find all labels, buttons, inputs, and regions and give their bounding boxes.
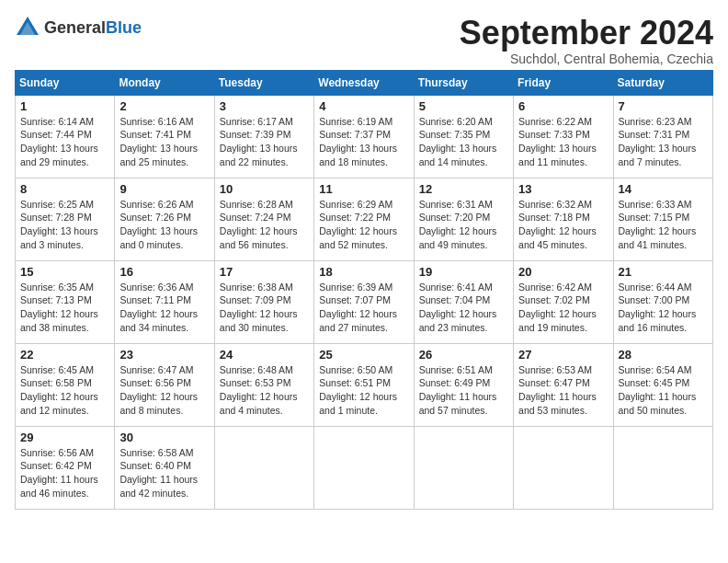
table-row: 26Sunrise: 6:51 AM Sunset: 6:49 PM Dayli… — [414, 343, 513, 426]
col-wednesday: Wednesday — [314, 70, 414, 95]
table-row: 5Sunrise: 6:20 AM Sunset: 7:35 PM Daylig… — [414, 95, 513, 178]
table-row: 3Sunrise: 6:17 AM Sunset: 7:39 PM Daylig… — [214, 95, 313, 178]
table-row: 14Sunrise: 6:33 AM Sunset: 7:15 PM Dayli… — [613, 178, 712, 260]
day-number: 28 — [619, 348, 708, 362]
day-number: 10 — [220, 182, 309, 196]
day-info: Sunrise: 6:38 AM Sunset: 7:09 PM Dayligh… — [220, 281, 309, 335]
col-friday: Friday — [514, 70, 613, 95]
day-number: 6 — [518, 99, 608, 113]
month-title: September 2024 — [460, 15, 713, 52]
day-number: 5 — [419, 99, 508, 113]
table-row: 22Sunrise: 6:45 AM Sunset: 6:58 PM Dayli… — [16, 343, 115, 426]
day-number: 18 — [319, 265, 408, 279]
table-row: 4Sunrise: 6:19 AM Sunset: 7:37 PM Daylig… — [314, 95, 414, 178]
day-number: 20 — [518, 265, 608, 279]
calendar-table: Sunday Monday Tuesday Wednesday Thursday… — [15, 70, 713, 510]
day-info: Sunrise: 6:42 AM Sunset: 7:02 PM Dayligh… — [518, 281, 608, 335]
day-info: Sunrise: 6:48 AM Sunset: 6:53 PM Dayligh… — [220, 363, 309, 418]
table-row — [414, 426, 513, 509]
day-info: Sunrise: 6:29 AM Sunset: 7:22 PM Dayligh… — [319, 198, 408, 252]
calendar-row-r4: 22Sunrise: 6:45 AM Sunset: 6:58 PM Dayli… — [16, 343, 713, 426]
day-number: 13 — [518, 182, 608, 196]
header: GeneralBlue September 2024 Suchdol, Cent… — [15, 15, 713, 66]
col-tuesday: Tuesday — [214, 70, 313, 95]
day-number: 16 — [119, 265, 209, 279]
logo: GeneralBlue — [15, 15, 142, 40]
table-row: 7Sunrise: 6:23 AM Sunset: 7:31 PM Daylig… — [613, 95, 712, 178]
table-row: 18Sunrise: 6:39 AM Sunset: 7:07 PM Dayli… — [314, 260, 414, 343]
table-row: 25Sunrise: 6:50 AM Sunset: 6:51 PM Dayli… — [314, 343, 414, 426]
day-number: 24 — [220, 348, 309, 362]
day-number: 12 — [419, 182, 508, 196]
day-info: Sunrise: 6:54 AM Sunset: 6:45 PM Dayligh… — [619, 363, 708, 418]
location-title: Suchdol, Central Bohemia, Czechia — [460, 52, 713, 66]
table-row: 15Sunrise: 6:35 AM Sunset: 7:13 PM Dayli… — [16, 260, 115, 343]
col-monday: Monday — [115, 70, 214, 95]
table-row: 8Sunrise: 6:25 AM Sunset: 7:28 PM Daylig… — [16, 178, 115, 260]
day-info: Sunrise: 6:33 AM Sunset: 7:15 PM Dayligh… — [619, 198, 708, 252]
day-info: Sunrise: 6:36 AM Sunset: 7:11 PM Dayligh… — [119, 281, 209, 335]
day-info: Sunrise: 6:35 AM Sunset: 7:13 PM Dayligh… — [20, 281, 109, 335]
day-number: 1 — [20, 99, 109, 113]
day-number: 29 — [20, 431, 109, 444]
day-info: Sunrise: 6:16 AM Sunset: 7:41 PM Dayligh… — [119, 115, 209, 169]
table-row: 23Sunrise: 6:47 AM Sunset: 6:56 PM Dayli… — [115, 343, 214, 426]
table-row: 21Sunrise: 6:44 AM Sunset: 7:00 PM Dayli… — [613, 260, 712, 343]
table-row: 12Sunrise: 6:31 AM Sunset: 7:20 PM Dayli… — [414, 178, 513, 260]
table-row: 30Sunrise: 6:58 AM Sunset: 6:40 PM Dayli… — [115, 426, 214, 509]
logo-icon — [15, 15, 40, 40]
table-row — [514, 426, 613, 509]
day-info: Sunrise: 6:41 AM Sunset: 7:04 PM Dayligh… — [419, 281, 508, 335]
calendar-row-r1: 1Sunrise: 6:14 AM Sunset: 7:44 PM Daylig… — [16, 95, 713, 178]
table-row: 10Sunrise: 6:28 AM Sunset: 7:24 PM Dayli… — [214, 178, 313, 260]
col-saturday: Saturday — [613, 70, 712, 95]
day-info: Sunrise: 6:50 AM Sunset: 6:51 PM Dayligh… — [319, 363, 408, 418]
logo-blue: Blue — [106, 18, 142, 37]
table-row: 24Sunrise: 6:48 AM Sunset: 6:53 PM Dayli… — [214, 343, 313, 426]
day-info: Sunrise: 6:14 AM Sunset: 7:44 PM Dayligh… — [20, 115, 109, 169]
table-row: 28Sunrise: 6:54 AM Sunset: 6:45 PM Dayli… — [613, 343, 712, 426]
day-number: 3 — [220, 99, 309, 113]
day-number: 19 — [419, 265, 508, 279]
table-row: 6Sunrise: 6:22 AM Sunset: 7:33 PM Daylig… — [514, 95, 613, 178]
col-thursday: Thursday — [414, 70, 513, 95]
day-number: 4 — [319, 99, 408, 113]
logo-general: General — [44, 18, 106, 37]
header-row: Sunday Monday Tuesday Wednesday Thursday… — [16, 70, 713, 95]
day-info: Sunrise: 6:20 AM Sunset: 7:35 PM Dayligh… — [419, 115, 508, 169]
day-number: 7 — [619, 99, 708, 113]
day-info: Sunrise: 6:56 AM Sunset: 6:42 PM Dayligh… — [20, 446, 109, 500]
table-row: 13Sunrise: 6:32 AM Sunset: 7:18 PM Dayli… — [514, 178, 613, 260]
table-row: 9Sunrise: 6:26 AM Sunset: 7:26 PM Daylig… — [115, 178, 214, 260]
calendar-row-r2: 8Sunrise: 6:25 AM Sunset: 7:28 PM Daylig… — [16, 178, 713, 260]
table-row: 19Sunrise: 6:41 AM Sunset: 7:04 PM Dayli… — [414, 260, 513, 343]
day-info: Sunrise: 6:22 AM Sunset: 7:33 PM Dayligh… — [518, 115, 608, 169]
day-info: Sunrise: 6:23 AM Sunset: 7:31 PM Dayligh… — [619, 115, 708, 169]
table-row — [314, 426, 414, 509]
day-number: 11 — [319, 182, 408, 196]
day-info: Sunrise: 6:44 AM Sunset: 7:00 PM Dayligh… — [619, 281, 708, 335]
day-number: 8 — [20, 182, 109, 196]
day-number: 25 — [319, 348, 408, 362]
day-info: Sunrise: 6:51 AM Sunset: 6:49 PM Dayligh… — [419, 363, 508, 418]
calendar-row-r3: 15Sunrise: 6:35 AM Sunset: 7:13 PM Dayli… — [16, 260, 713, 343]
calendar-row-r5: 29Sunrise: 6:56 AM Sunset: 6:42 PM Dayli… — [16, 426, 713, 509]
table-row: 1Sunrise: 6:14 AM Sunset: 7:44 PM Daylig… — [16, 95, 115, 178]
table-row: 27Sunrise: 6:53 AM Sunset: 6:47 PM Dayli… — [514, 343, 613, 426]
day-info: Sunrise: 6:53 AM Sunset: 6:47 PM Dayligh… — [518, 363, 608, 418]
day-info: Sunrise: 6:26 AM Sunset: 7:26 PM Dayligh… — [119, 198, 209, 252]
day-number: 22 — [20, 348, 109, 362]
table-row — [613, 426, 712, 509]
table-row: 29Sunrise: 6:56 AM Sunset: 6:42 PM Dayli… — [16, 426, 115, 509]
day-number: 27 — [518, 348, 608, 362]
day-number: 30 — [119, 431, 209, 444]
day-number: 2 — [119, 99, 209, 113]
day-number: 26 — [419, 348, 508, 362]
day-info: Sunrise: 6:28 AM Sunset: 7:24 PM Dayligh… — [220, 198, 309, 252]
table-row: 17Sunrise: 6:38 AM Sunset: 7:09 PM Dayli… — [214, 260, 313, 343]
day-info: Sunrise: 6:17 AM Sunset: 7:39 PM Dayligh… — [220, 115, 309, 169]
day-info: Sunrise: 6:19 AM Sunset: 7:37 PM Dayligh… — [319, 115, 408, 169]
day-number: 23 — [119, 348, 209, 362]
day-info: Sunrise: 6:45 AM Sunset: 6:58 PM Dayligh… — [20, 363, 109, 418]
day-info: Sunrise: 6:39 AM Sunset: 7:07 PM Dayligh… — [319, 281, 408, 335]
